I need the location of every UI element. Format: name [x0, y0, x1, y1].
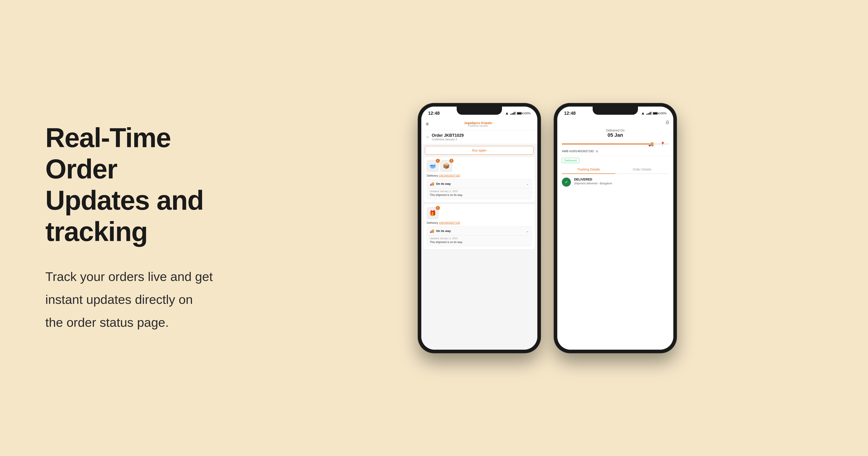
phone2-frame: 12:48 ▲ 100% — [554, 103, 677, 353]
page-container: Real-Time Order Updates and tracking Tra… — [0, 0, 868, 456]
shipment-status-1: 🚚 On its way ⌄ Updated January 3, 2025 T… — [427, 179, 532, 199]
heading-line1: Real-Time Order — [45, 122, 170, 184]
truck-icon-1: 🚚 — [430, 182, 434, 186]
product-2-wrapper: 📦 1 — [440, 160, 452, 172]
wifi-icon-2: ▲ — [641, 111, 645, 116]
order-title-bar: ← Order JKBT1029 Confirmed January 3 — [421, 130, 537, 144]
battery-icon — [517, 112, 522, 115]
buy-again-button[interactable]: Buy again — [425, 146, 534, 155]
status-row-1: 🚚 On its way ⌄ — [427, 179, 532, 188]
tab-order-details[interactable]: Order Details — [615, 165, 669, 174]
product-images-2: 🎁 1 — [427, 207, 532, 219]
shipment-1: 🥣 1 📦 1 Delhivery 10014910027182 — [424, 157, 535, 202]
phone1-content: ≡ Jagadguru Kripalu Praakashan Sansthan … — [421, 118, 537, 349]
brand-logo: Jagadguru Kripalu Praakashan Sansthan — [464, 121, 492, 127]
phone2-content: ⎙ Delivered On 05 Jan 🚚 📍 — [557, 118, 673, 349]
brand-sub: Praakashan Sansthan — [468, 125, 488, 127]
status-text-2: On its way — [436, 229, 451, 233]
truck-progress-icon: 🚚 — [648, 141, 654, 147]
status-updated-2: Updated January 3, 2025 — [430, 236, 529, 240]
back-button[interactable]: ← — [426, 135, 430, 140]
text-section: Real-Time Order Updates and tracking Tra… — [45, 122, 249, 334]
event-details: DELIVERED Shipment delivered - Bangalore — [574, 178, 612, 185]
subtext-line2: instant updates directly on — [45, 292, 193, 307]
phone1-frame: 12:48 ▲ 100% — [418, 103, 540, 353]
tracking-tabs: Tracking Details Order Details — [562, 165, 669, 174]
sub-text: Track your orders live and get instant u… — [45, 265, 231, 334]
delivered-on-date: 05 Jan — [557, 132, 673, 138]
app-header: ≡ Jagadguru Kripalu Praakashan Sansthan — [421, 118, 537, 130]
battery-percent-2: 100% — [659, 112, 666, 115]
order-number: Order JKBT1029 — [432, 133, 464, 138]
event-description: Shipment delivered - Bangalore — [574, 182, 612, 185]
status-message-2: This shipment is on its way. — [430, 241, 529, 244]
tab-tracking-details[interactable]: Tracking Details — [562, 165, 615, 174]
product-images-1: 🥣 1 📦 1 — [427, 160, 532, 172]
shipment-2: 🎁 1 Delhivery 10014910027145 🚚 On — [424, 204, 535, 249]
status-message-1: This shipment is on its way. — [430, 193, 529, 196]
phone2-time: 12:48 — [564, 111, 576, 116]
delivery-info-2: Delhivery 10014910027145 — [427, 221, 532, 224]
delivered-badge: Delivered — [562, 158, 579, 163]
delivery-link-1[interactable]: 10014910027182 — [439, 174, 460, 177]
battery-percent: 100% — [523, 112, 531, 115]
phone2-notch — [593, 107, 638, 115]
phone2-status-icons: ▲ 100% — [641, 111, 666, 116]
event-icon-circle: ✓ — [562, 178, 571, 187]
progress-line: 🚚 📍 — [562, 144, 669, 145]
shipment-status-2: 🚚 On its way ⌄ Updated January 3, 2025 T… — [427, 226, 532, 246]
delivery-link-2[interactable]: 10014910027145 — [439, 221, 460, 224]
status-detail-1: Updated January 3, 2025 This shipment is… — [427, 188, 532, 199]
phone1-notch — [457, 107, 502, 115]
order-confirmed: Confirmed January 3 — [432, 138, 464, 141]
status-row-2: 🚚 On its way ⌄ — [427, 226, 532, 235]
product-3-qty: 1 — [436, 206, 440, 210]
product-3-wrapper: 🎁 1 — [427, 207, 438, 219]
progress-fill — [562, 144, 653, 145]
heading-line2: Updates and tracking — [45, 185, 204, 247]
tracking-event: ✓ DELIVERED Shipment delivered - Bangalo… — [557, 174, 673, 190]
status-updated-1: Updated January 3, 2025 — [430, 188, 529, 192]
delivered-check-icon: ✓ — [565, 180, 568, 185]
awb-text: AWB #10014910027182 — [562, 149, 594, 153]
status-left-1: 🚚 On its way — [430, 182, 451, 186]
subtext-line3: the order status page. — [45, 315, 169, 330]
signal-icon — [510, 112, 515, 115]
chevron-icon-1[interactable]: ⌄ — [526, 182, 529, 186]
tracking-progress-bar: 🚚 📍 — [557, 141, 673, 147]
subtext-line1: Track your orders live and get — [45, 269, 213, 284]
phone1-screen: 12:48 ▲ 100% — [421, 107, 537, 349]
status-left-2: 🚚 On its way — [430, 229, 451, 233]
product-2-qty: 1 — [450, 159, 454, 163]
delivered-on-section: Delivered On 05 Jan — [557, 127, 673, 141]
delivery-info-1: Delhivery 10014910027182 — [427, 174, 532, 177]
phone1-status-icons: ▲ 100% — [505, 111, 531, 116]
status-text-1: On its way — [436, 182, 451, 185]
delivered-on-label: Delivered On — [557, 128, 673, 132]
brand-name: Jagadguru Kripalu — [464, 121, 492, 125]
order-title-info: Order JKBT1029 Confirmed January 3 — [432, 133, 464, 141]
signal-icon-2 — [646, 112, 651, 115]
share-icon[interactable]: ⎙ — [666, 120, 669, 125]
main-heading: Real-Time Order Updates and tracking — [45, 122, 231, 247]
copy-icon[interactable]: ⊕ — [596, 149, 598, 153]
tracking-header: ⎙ — [557, 118, 673, 127]
delivered-badge-wrapper: Delivered — [557, 156, 673, 165]
product-1-wrapper: 🥣 1 — [427, 160, 438, 172]
phones-section: 12:48 ▲ 100% — [249, 103, 823, 353]
product-1-qty: 1 — [436, 159, 440, 163]
truck-icon-2: 🚚 — [430, 229, 434, 233]
awb-section: AWB #10014910027182 ⊕ — [557, 147, 673, 156]
chevron-icon-2[interactable]: ⌄ — [526, 229, 529, 233]
phone2-screen: 12:48 ▲ 100% — [557, 107, 673, 349]
wifi-icon: ▲ — [505, 111, 509, 116]
event-status: DELIVERED — [574, 178, 612, 181]
menu-icon[interactable]: ≡ — [426, 121, 429, 127]
status-detail-2: Updated January 3, 2025 This shipment is… — [427, 235, 532, 246]
phone1-time: 12:48 — [428, 111, 440, 116]
location-pin-icon: 📍 — [660, 142, 665, 147]
battery-icon-2 — [653, 112, 658, 115]
